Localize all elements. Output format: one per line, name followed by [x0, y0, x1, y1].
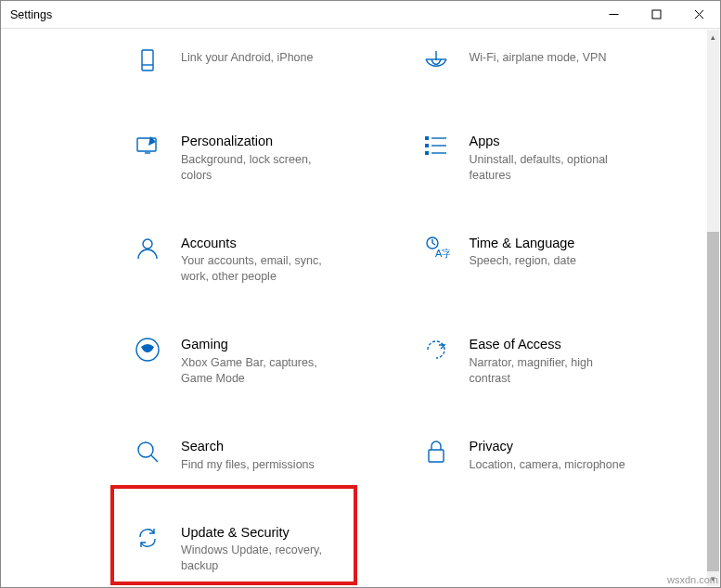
svg-line-23: [151, 455, 158, 462]
tile-desc: Xbox Game Bar, captures, Game Mode: [181, 355, 339, 387]
globe-icon: [419, 48, 453, 82]
watermark: wsxdn.com: [667, 574, 718, 585]
settings-window: Settings Link your Android, iPhone: [0, 0, 721, 588]
tile-time-language[interactable]: A字 Time & Language Speech, region, date: [419, 235, 680, 286]
svg-text:A字: A字: [435, 248, 450, 259]
personalization-icon: [131, 133, 164, 166]
window-controls: [592, 1, 720, 28]
svg-rect-14: [425, 151, 429, 155]
vertical-scrollbar[interactable]: ▴ ▾: [707, 30, 719, 586]
settings-grid: Link your Android, iPhone Wi-Fi, airplan…: [1, 30, 707, 574]
apps-icon: [419, 133, 453, 166]
svg-rect-24: [429, 450, 444, 462]
close-button[interactable]: [677, 1, 720, 28]
tile-desc: Wi-Fi, airplane mode, VPN: [470, 50, 607, 66]
svg-point-22: [138, 442, 153, 457]
svg-rect-4: [142, 50, 153, 70]
svg-rect-12: [425, 144, 429, 147]
scroll-thumb[interactable]: [707, 232, 719, 571]
tile-desc: Location, camera, microphone: [470, 457, 625, 473]
tile-apps[interactable]: Apps Uninstall, defaults, optional featu…: [419, 133, 680, 184]
tile-title: Gaming: [181, 336, 339, 353]
tile-gaming[interactable]: Gaming Xbox Game Bar, captures, Game Mod…: [131, 336, 392, 387]
accounts-icon: [131, 235, 164, 268]
tile-title: Search: [181, 438, 315, 455]
tile-desc: Narrator, magnifier, high contrast: [470, 355, 627, 387]
tile-desc: Uninstall, defaults, optional features: [470, 152, 627, 184]
svg-rect-10: [425, 136, 429, 140]
tile-title: Update & Security: [181, 524, 339, 542]
update-icon: [131, 524, 164, 557]
tile-title: Time & Language: [470, 235, 576, 252]
time-language-icon: A字: [419, 235, 453, 268]
tile-title: Ease of Access: [470, 336, 627, 353]
titlebar: Settings: [1, 1, 720, 29]
tile-desc: Link your Android, iPhone: [181, 50, 313, 66]
tile-ease-of-access[interactable]: Ease of Access Narrator, magnifier, high…: [419, 336, 680, 387]
tile-accounts[interactable]: Accounts Your accounts, email, sync, wor…: [131, 235, 392, 286]
maximize-button[interactable]: [635, 1, 677, 28]
search-icon: [131, 438, 164, 471]
gaming-icon: [131, 336, 164, 369]
scroll-up-arrow[interactable]: ▴: [707, 30, 719, 45]
window-title: Settings: [10, 8, 52, 21]
tile-desc: Windows Update, recovery, backup: [181, 543, 339, 574]
tile-title: Personalization: [181, 133, 339, 150]
svg-line-19: [432, 243, 435, 245]
tile-network[interactable]: Wi-Fi, airplane mode, VPN: [419, 48, 680, 82]
tile-desc: Your accounts, email, sync, work, other …: [181, 253, 339, 285]
tile-desc: Speech, region, date: [470, 253, 576, 269]
ease-of-access-icon: [419, 336, 453, 369]
content-area: Link your Android, iPhone Wi-Fi, airplan…: [1, 30, 707, 587]
privacy-icon: [419, 438, 453, 471]
tile-search[interactable]: Search Find my files, permissions: [131, 438, 392, 473]
tile-title: Apps: [470, 133, 627, 150]
tile-desc: Find my files, permissions: [181, 457, 315, 473]
tile-phone[interactable]: Link your Android, iPhone: [131, 48, 392, 82]
phone-icon: [131, 48, 164, 82]
svg-rect-1: [652, 10, 661, 19]
svg-point-16: [143, 239, 152, 249]
tile-desc: Background, lock screen, colors: [181, 152, 339, 184]
tile-title: Accounts: [181, 235, 339, 252]
minimize-button[interactable]: [592, 1, 635, 28]
tile-title: Privacy: [470, 438, 625, 455]
tile-personalization[interactable]: Personalization Background, lock screen,…: [131, 133, 392, 184]
tile-privacy[interactable]: Privacy Location, camera, microphone: [419, 438, 680, 473]
tile-update-security[interactable]: Update & Security Windows Update, recove…: [131, 524, 392, 575]
